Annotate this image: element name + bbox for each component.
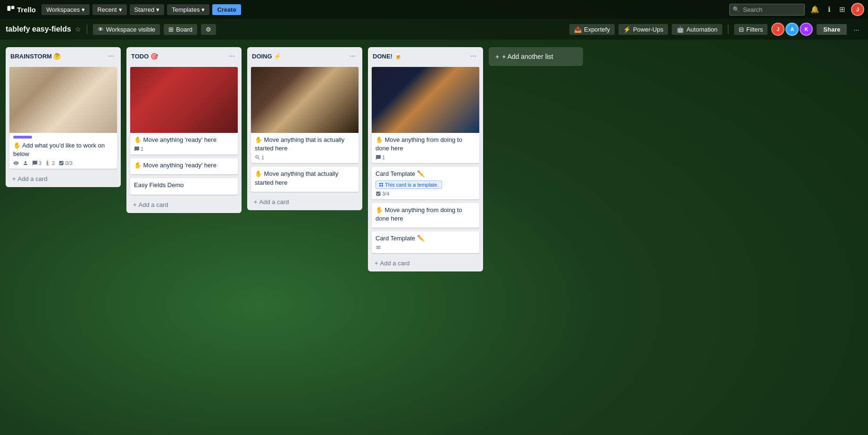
customize-button[interactable]: ⚙ — [201, 24, 216, 35]
members-badge — [23, 160, 28, 166]
add-card-label: Add a card — [259, 198, 289, 205]
num-badge: 1 — [134, 146, 143, 152]
num-badge: 1 — [376, 155, 385, 160]
list-done-cards: ✎ ✋ Move anything from doing to done her… — [368, 65, 483, 255]
card-cover-todo — [130, 67, 238, 133]
card-footer: 1 — [134, 146, 234, 152]
topbar: Trello Workspaces ▾ Recent ▾ Starred ▾ T… — [0, 0, 868, 19]
share-button[interactable]: Share — [817, 24, 847, 35]
list-todo-menu-button[interactable]: ··· — [227, 51, 237, 61]
num-badge: 1 — [255, 155, 264, 160]
notification-button[interactable]: 🔔 — [808, 3, 822, 16]
card-brainstorm-1[interactable]: ✎ ✋ Add what you'd like to work on below… — [9, 67, 117, 169]
add-card-brainstorm-button[interactable]: + Add a card — [9, 173, 117, 184]
automation-button[interactable]: 🤖 Automation — [672, 24, 722, 35]
list-doing-add-area: + Add a card — [247, 194, 362, 210]
list-brainstorm-title: BRAINSTORM 🤔 — [10, 53, 61, 60]
chevron-down-icon: ▾ — [82, 6, 85, 13]
add-card-todo-button[interactable]: + Add a card — [130, 199, 238, 210]
add-card-label: Add a card — [139, 201, 168, 208]
list-doing-menu-button[interactable]: ··· — [348, 51, 358, 61]
card-footer — [376, 245, 476, 250]
card-done-3[interactable]: ✎ ✋ Move anything from doing to done her… — [372, 203, 479, 228]
add-card-label: Add a card — [380, 260, 410, 267]
eye-icon: 👁 — [98, 26, 104, 33]
list-todo-cards: ✎ ✋ Move anything 'ready' here 1 ✎ ✋ Mov… — [126, 65, 242, 197]
card-text: ✋ Move anything that is actually started… — [255, 136, 355, 153]
boardbar: tablefy easy-fields ☆ 👁 Workspace visibl… — [0, 19, 868, 40]
add-card-doing-button[interactable]: + Add a card — [251, 197, 359, 207]
power-ups-button[interactable]: ⚡ Power-Ups — [618, 24, 668, 35]
apps-icon: ⊞ — [839, 5, 845, 14]
trello-logo[interactable]: Trello — [4, 5, 39, 14]
card-text-template-2: Card Template ✏️ — [376, 234, 476, 243]
add-card-done-button[interactable]: + Add a card — [372, 258, 479, 269]
card-done-template-1[interactable]: ✎ Card Template ✏️ This card is a templa… — [372, 167, 479, 199]
avatar-1[interactable]: J — [851, 3, 864, 16]
card-doing-2[interactable]: ✎ ✋ Move anything that actually started … — [251, 167, 359, 191]
list-brainstorm: BRAINSTORM 🤔 ··· ✎ ✋ Add what you'd like… — [6, 47, 121, 187]
card-cover-done — [372, 67, 479, 133]
plus-icon: + — [375, 260, 378, 267]
card-cover-doing — [251, 67, 359, 133]
workspace-visible-button[interactable]: 👁 Workspace visible — [93, 24, 160, 35]
list-brainstorm-add-area: + Add a card — [6, 171, 121, 187]
card-text: ✋ Move anything from doing to done here — [376, 136, 476, 153]
card-doing-1[interactable]: ✎ ✋ Move anything that is actually start… — [251, 67, 359, 163]
list-brainstorm-menu-button[interactable]: ··· — [106, 51, 116, 61]
card-done-1[interactable]: ✎ ✋ Move anything from doing to done her… — [372, 67, 479, 163]
svg-rect-3 — [382, 183, 383, 184]
create-button[interactable]: Create — [212, 4, 241, 15]
exportefy-icon: 📤 — [574, 26, 582, 33]
card-todo-2[interactable]: ✎ ✋ Move anything 'ready' here — [130, 158, 238, 174]
card-text-easy-fields: Easy Fields Demo — [134, 181, 234, 189]
list-todo: TODO 🎯 ··· ✎ ✋ Move anything 'ready' her… — [126, 47, 242, 213]
starred-button[interactable]: Starred ▾ — [130, 4, 165, 15]
card-done-template-2[interactable]: ✎ Card Template ✏️ — [372, 231, 479, 253]
apps-button[interactable]: ⊞ — [836, 3, 848, 16]
board-view-button[interactable]: ⊞ Board — [164, 24, 197, 35]
list-todo-title: TODO 🎯 — [131, 53, 158, 60]
boardbar-avatars: J A K — [771, 23, 813, 36]
board-title: tablefy easy-fields — [6, 25, 71, 33]
exportefy-button[interactable]: 📤 Exportefy — [569, 24, 615, 35]
card-text: ✋ Add what you'd like to work on below — [13, 141, 113, 158]
list-done-title: DONE! 🍺 — [373, 53, 402, 60]
list-done: DONE! 🍺 ··· ✎ ✋ Move anything from doing… — [368, 47, 483, 271]
boardbar-avatar-3[interactable]: K — [800, 23, 813, 36]
star-button[interactable]: ☆ — [75, 25, 81, 33]
chevron-down-icon: ▾ — [156, 6, 159, 13]
list-done-menu-button[interactable]: ··· — [468, 51, 478, 61]
add-list-button[interactable]: + + Add another list — [489, 47, 583, 66]
customize-icon: ⚙ — [206, 26, 211, 33]
card-todo-easy-fields[interactable]: ✎ Easy Fields Demo — [130, 178, 238, 194]
boardbar-avatar-1[interactable]: J — [771, 23, 785, 36]
filters-button[interactable]: ⊟ Filters — [734, 24, 768, 35]
card-text: ✋ Move anything 'ready' here — [134, 136, 234, 144]
search-wrap: 🔍 — [729, 4, 805, 16]
plus-icon: + — [254, 198, 258, 205]
svg-rect-4 — [379, 185, 381, 186]
more-button[interactable]: ··· — [851, 24, 862, 35]
attachments-badge: 2 — [45, 160, 55, 166]
svg-rect-0 — [8, 6, 11, 11]
list-done-header: DONE! 🍺 ··· — [368, 47, 483, 65]
info-button[interactable]: ℹ — [825, 3, 834, 16]
template-badge-wrap: This card is a template. — [376, 181, 476, 189]
checklist-badge: 3/4 — [376, 191, 389, 197]
search-input[interactable] — [729, 4, 805, 16]
card-footer: 1 — [376, 155, 476, 160]
powerups-icon: ⚡ — [623, 26, 631, 33]
boardbar-avatar-2[interactable]: A — [785, 23, 799, 36]
star-icon: ☆ — [75, 25, 81, 33]
card-todo-1[interactable]: ✎ ✋ Move anything 'ready' here 1 — [130, 67, 238, 155]
list-todo-add-area: + Add a card — [126, 197, 242, 213]
list-doing-cards: ✎ ✋ Move anything that is actually start… — [247, 65, 362, 194]
templates-button[interactable]: Templates ▾ — [167, 4, 209, 15]
workspaces-button[interactable]: Workspaces ▾ — [42, 4, 90, 15]
list-todo-header: TODO 🎯 ··· — [126, 47, 242, 65]
card-text: ✋ Move anything from doing to done here — [376, 206, 476, 223]
comments-badge: 3 — [32, 160, 42, 166]
recent-button[interactable]: Recent ▾ — [92, 4, 126, 15]
separator2 — [728, 25, 728, 34]
